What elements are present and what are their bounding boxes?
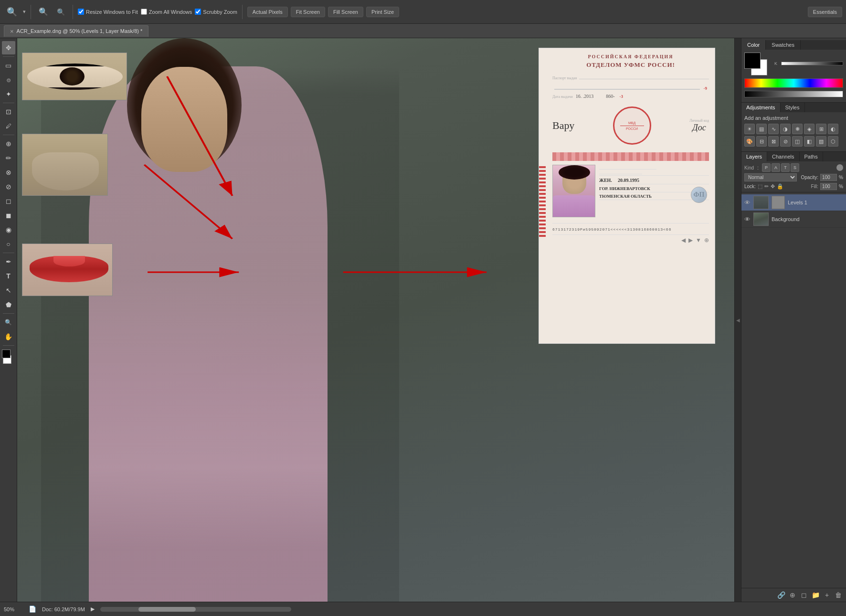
scrubby-zoom-checkbox[interactable] — [195, 9, 201, 15]
link-layers-button[interactable]: 🔗 — [776, 590, 786, 600]
layer-visibility-levels1[interactable]: 👁 — [744, 199, 751, 206]
status-doc-icon[interactable]: 📄 — [29, 605, 36, 613]
add-mask-button[interactable]: ◻ — [799, 590, 809, 600]
tool-clone[interactable]: ⊗ — [2, 166, 15, 179]
tab-styles[interactable]: Styles — [781, 103, 805, 112]
doc-tab-close[interactable]: × — [10, 28, 14, 35]
status-arrow[interactable]: ▶ — [91, 606, 95, 612]
adj-colorbalance[interactable]: ⊞ — [816, 124, 826, 134]
tool-lasso[interactable]: ⌾ — [2, 73, 15, 86]
adj-exposure[interactable]: ◑ — [780, 124, 791, 134]
adj-photofilter[interactable]: 🎨 — [744, 136, 755, 147]
color-spectrum[interactable] — [744, 78, 843, 88]
opacity-input[interactable] — [820, 174, 837, 181]
tool-marquee[interactable]: ▭ — [2, 59, 15, 72]
tool-history[interactable]: ⊘ — [2, 180, 15, 193]
adj-colorsearch[interactable]: ⊠ — [768, 136, 779, 147]
zoom-all-windows-checkbox[interactable] — [141, 9, 147, 15]
zoom-all-windows-checkbox-label[interactable]: Zoom All Windows — [141, 9, 192, 15]
adj-vibrance[interactable]: ❋ — [792, 124, 803, 134]
adj-threshold[interactable]: ◧ — [804, 136, 814, 147]
resize-windows-checkbox-label[interactable]: Resize Windows to Fit — [78, 9, 138, 15]
tab-paths[interactable]: Paths — [800, 152, 823, 161]
filter-type[interactable]: T — [781, 163, 790, 172]
filter-adjust[interactable]: A — [772, 163, 780, 172]
tool-blur[interactable]: ◉ — [2, 223, 15, 236]
new-group-button[interactable]: 📁 — [811, 590, 820, 600]
adj-bw[interactable]: ◐ — [828, 124, 838, 134]
lock-pixels-icon[interactable]: ✏ — [764, 183, 769, 190]
layer-item-background[interactable]: 👁 Background — [741, 211, 846, 228]
doc-tab-bar: × ACR_Example.dng @ 50% (Levels 1, Layer… — [0, 24, 846, 38]
blend-mode-select[interactable]: Normal — [744, 173, 797, 181]
tool-path-select[interactable]: ↖ — [2, 284, 15, 297]
tool-brush[interactable]: ✏ — [2, 151, 15, 165]
fill-input[interactable] — [820, 183, 837, 190]
tool-eraser[interactable]: ◻ — [2, 194, 15, 208]
tab-adjustments[interactable]: Adjustments — [741, 103, 781, 112]
horizontal-scrollbar[interactable] — [100, 607, 291, 612]
grayscale-spectrum[interactable] — [744, 91, 843, 97]
adj-brightness[interactable]: ☀ — [744, 124, 755, 134]
layer-item-levels1[interactable]: 👁 Levels 1 — [741, 194, 846, 211]
adj-levels[interactable]: ▤ — [756, 124, 767, 134]
lock-transparency-icon[interactable]: ⬚ — [758, 183, 762, 190]
zoom-in-icon[interactable]: 🔍 — [36, 6, 51, 17]
right-panel-collapse-strip[interactable]: ◀ — [734, 38, 741, 602]
canvas-area[interactable]: РОССИЙСКАЯ ФЕДЕРАЦИЯ ОТДЕЛОМ УФМС РОССИ!… — [17, 38, 734, 602]
adj-posterize[interactable]: ◫ — [792, 136, 803, 147]
foreground-color-swatch[interactable] — [2, 350, 11, 358]
document-tab[interactable]: × ACR_Example.dng @ 50% (Levels 1, Layer… — [4, 25, 148, 37]
lock-all-icon[interactable]: 🔒 — [777, 183, 783, 190]
adj-gradient-map[interactable]: ▧ — [816, 136, 826, 147]
actual-pixels-button[interactable]: Actual Pixels — [247, 7, 288, 17]
add-style-button[interactable]: ⊕ — [788, 590, 797, 600]
scrubby-zoom-checkbox-label[interactable]: Scrubby Zoom — [195, 9, 237, 15]
passport-nav-more[interactable]: ▼ — [696, 237, 701, 244]
search-icon[interactable]: 🔍 — [4, 6, 20, 18]
adj-icons-row-1: ☀ ▤ ∿ ◑ ❋ ◈ ⊞ ◐ — [744, 124, 843, 134]
tab-layers[interactable]: Layers — [741, 152, 767, 161]
tool-pen[interactable]: ✒ — [2, 255, 15, 268]
adj-channelmixer[interactable]: ⊟ — [756, 136, 767, 147]
essentials-button[interactable]: Essentials — [808, 7, 842, 17]
tab-color[interactable]: Color — [741, 40, 766, 50]
tool-magic-wand[interactable]: ✦ — [2, 87, 15, 101]
resize-windows-checkbox[interactable] — [78, 9, 84, 15]
zoom-out-icon[interactable]: 🔍 — [54, 7, 68, 17]
tool-hand[interactable]: ✋ — [2, 330, 15, 343]
tool-healing[interactable]: ⊕ — [2, 137, 15, 150]
passport-nav-expand[interactable]: ⊕ — [704, 237, 709, 244]
passport-nav-next[interactable]: ▶ — [688, 237, 693, 244]
layers-filter-toggle[interactable] — [836, 164, 843, 171]
adj-curves[interactable]: ∿ — [768, 124, 779, 134]
passport-personal-label: Личный код — [689, 118, 709, 123]
print-size-button[interactable]: Print Size — [366, 7, 399, 17]
k-slider[interactable] — [781, 62, 843, 65]
adj-selective-color[interactable]: ⬡ — [828, 136, 838, 147]
delete-layer-button[interactable]: 🗑 — [834, 590, 843, 600]
tool-move[interactable]: ✥ — [2, 41, 15, 54]
fit-screen-button[interactable]: Fit Screen — [291, 7, 325, 17]
passport-nav-prev[interactable]: ◀ — [681, 237, 686, 244]
tool-crop[interactable]: ⊡ — [2, 105, 15, 118]
layer-visibility-background[interactable]: 👁 — [744, 216, 751, 223]
tab-channels[interactable]: Channels — [767, 152, 799, 161]
tool-zoom[interactable]: 🔍 — [2, 316, 15, 329]
tool-dodge[interactable]: ○ — [2, 237, 15, 251]
tool-shape[interactable]: ⬟ — [2, 298, 15, 311]
adj-hsl[interactable]: ◈ — [804, 124, 814, 134]
foreground-color[interactable] — [744, 53, 761, 69]
tool-eyedropper[interactable]: 🖊 — [2, 119, 15, 133]
passport-num-suffix: -3 — [620, 94, 624, 99]
filter-shape[interactable]: S — [791, 163, 799, 172]
lock-position-icon[interactable]: ✥ — [771, 183, 775, 190]
filter-pixel[interactable]: P — [762, 163, 771, 172]
layers-kind-row: Kind : P A T S — [744, 163, 843, 172]
adj-invert[interactable]: ⊘ — [780, 136, 791, 147]
tab-swatches[interactable]: Swatches — [766, 40, 801, 50]
tool-gradient[interactable]: ◼ — [2, 209, 15, 222]
fill-screen-button[interactable]: Fill Screen — [328, 7, 363, 17]
tool-text[interactable]: T — [2, 269, 15, 283]
new-layer-button[interactable]: + — [822, 590, 832, 600]
